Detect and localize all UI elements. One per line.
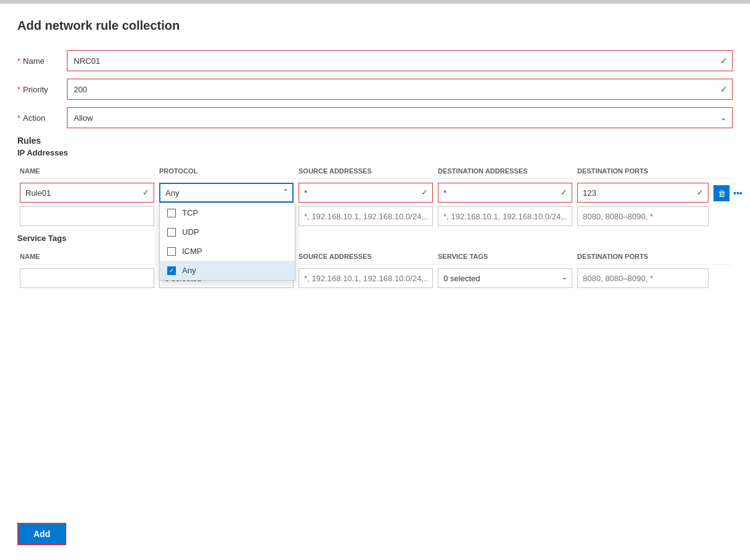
source-addr-input[interactable] xyxy=(299,183,433,203)
st-empty-service-tags-cell: 0 selected ⌄ xyxy=(435,268,575,288)
priority-row: * Priority ✓ xyxy=(17,79,733,100)
protocol-chevron-icon: ⌃ xyxy=(282,188,289,196)
empty-dest-cell xyxy=(435,206,575,226)
ports-check-icon: ✓ xyxy=(697,188,704,197)
ip-table-row-empty xyxy=(17,206,733,226)
udp-label: UDP xyxy=(182,227,199,237)
udp-option[interactable]: UDP xyxy=(160,222,295,242)
st-service-tags-select[interactable]: 0 selected xyxy=(438,268,572,288)
empty-name-input[interactable] xyxy=(20,206,154,226)
tcp-option[interactable]: TCP xyxy=(160,203,295,222)
priority-label-text: Priority xyxy=(23,85,48,94)
any-checkbox[interactable] xyxy=(167,266,176,275)
priority-label: * Priority xyxy=(17,85,67,94)
action-required: * xyxy=(17,113,20,123)
priority-required: * xyxy=(17,85,20,94)
add-button[interactable]: Add xyxy=(17,523,66,545)
more-options-button[interactable]: ••• xyxy=(733,188,743,198)
action-select[interactable]: Allow Deny xyxy=(67,107,733,128)
name-required: * xyxy=(17,56,20,66)
dest-check-icon: ✓ xyxy=(560,188,567,197)
protocol-cell: ⌃ TCP UDP ICMP xyxy=(157,183,296,203)
st-header-name: NAME xyxy=(17,253,157,260)
empty-ports-cell xyxy=(575,206,711,226)
st-empty-source-input[interactable] xyxy=(299,268,433,288)
st-empty-name-input[interactable] xyxy=(20,268,154,288)
udp-checkbox[interactable] xyxy=(167,228,176,237)
name-check-icon: ✓ xyxy=(720,56,728,66)
page-container: Add network rule collection * Name ✓ * P… xyxy=(0,0,750,560)
protocol-dropdown: TCP UDP ICMP Any xyxy=(159,203,295,281)
ip-header-destination: DESTINATION ADDRESSES xyxy=(435,167,575,175)
tcp-label: TCP xyxy=(182,208,198,217)
name-input-wrapper: ✓ xyxy=(67,50,733,71)
empty-source-input[interactable] xyxy=(299,206,433,226)
icmp-option[interactable]: ICMP xyxy=(160,242,295,261)
priority-check-icon: ✓ xyxy=(720,84,728,94)
ip-table-row-1: ✓ ⌃ TCP UDP xyxy=(17,183,733,203)
name-label-text: Name xyxy=(23,56,45,66)
rules-section-label: Rules xyxy=(17,136,733,146)
st-service-tags-wrapper: 0 selected ⌄ xyxy=(438,268,572,288)
ip-header-ports: DESTINATION PORTS xyxy=(575,167,711,175)
tcp-checkbox[interactable] xyxy=(167,209,176,217)
action-label: * Action xyxy=(17,113,67,123)
any-label: Any xyxy=(182,266,196,275)
dest-ports-cell: ✓ xyxy=(575,183,711,203)
name-input[interactable] xyxy=(67,50,733,71)
page-title: Add network rule collection xyxy=(17,19,733,33)
icmp-checkbox[interactable] xyxy=(167,247,176,256)
st-empty-ports-input[interactable] xyxy=(577,268,709,288)
dest-ports-input[interactable] xyxy=(577,183,709,203)
ip-header-name: NAME xyxy=(17,167,157,175)
st-empty-source-cell xyxy=(296,268,435,288)
source-addr-cell: ✓ xyxy=(296,183,435,203)
empty-ports-input[interactable] xyxy=(577,206,709,226)
action-row: * Action Allow Deny ⌄ xyxy=(17,107,733,128)
row-actions-cell: 🗑 ••• xyxy=(711,183,748,201)
ip-header-protocol: PROTOCOL xyxy=(157,167,296,175)
footer: Add xyxy=(17,513,66,545)
st-empty-ports-cell xyxy=(575,268,711,288)
service-tags-header: NAME PROTOCOL SOURCE ADDRESSES SERVICE T… xyxy=(17,249,733,265)
rule-name-check-icon: ✓ xyxy=(142,188,149,197)
service-tags-label: Service Tags xyxy=(17,234,733,243)
st-header-source: SOURCE ADDRESSES xyxy=(296,253,435,260)
any-option[interactable]: Any xyxy=(160,261,295,280)
row-actions: 🗑 ••• xyxy=(713,183,746,201)
content-area: Add network rule collection * Name ✓ * P… xyxy=(0,4,750,307)
ip-table-header: NAME PROTOCOL SOURCE ADDRESSES DESTINATI… xyxy=(17,164,733,179)
st-header-service-tags: SERVICE TAGS xyxy=(435,253,575,260)
icmp-label: ICMP xyxy=(182,247,203,256)
dest-addr-input[interactable] xyxy=(438,183,572,203)
st-header-actions xyxy=(711,253,748,260)
dest-addr-cell: ✓ xyxy=(435,183,575,203)
rule-name-input[interactable] xyxy=(20,183,154,203)
rule-name-cell: ✓ xyxy=(17,183,157,203)
ip-header-source: SOURCE ADDRESSES xyxy=(296,167,435,175)
st-header-ports: DESTINATION PORTS xyxy=(575,253,711,260)
action-select-wrapper: Allow Deny ⌄ xyxy=(67,107,733,128)
st-empty-name-cell xyxy=(17,268,157,288)
action-label-text: Action xyxy=(23,113,45,123)
ip-addresses-label: IP Addresses xyxy=(17,148,733,157)
name-label: * Name xyxy=(17,56,67,66)
source-check-icon: ✓ xyxy=(421,188,428,197)
delete-button[interactable]: 🗑 xyxy=(713,185,730,201)
priority-input[interactable] xyxy=(67,79,733,100)
protocol-wrapper: ⌃ xyxy=(159,183,294,203)
ip-header-actions xyxy=(711,167,748,175)
st-table-row-empty: 0 selected ⌄ 0 selected ⌄ xyxy=(17,268,733,288)
name-row: * Name ✓ xyxy=(17,50,733,71)
priority-input-wrapper: ✓ xyxy=(67,79,733,100)
empty-source-cell xyxy=(296,206,435,226)
protocol-input[interactable] xyxy=(159,183,294,203)
empty-name-cell xyxy=(17,206,157,226)
empty-dest-input[interactable] xyxy=(438,206,572,226)
